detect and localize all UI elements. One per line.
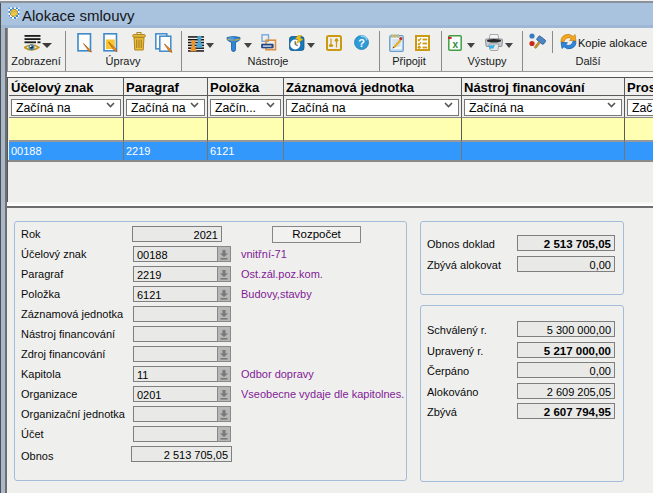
svg-text:?: ? [358,37,365,49]
svg-text:x: x [452,39,458,50]
